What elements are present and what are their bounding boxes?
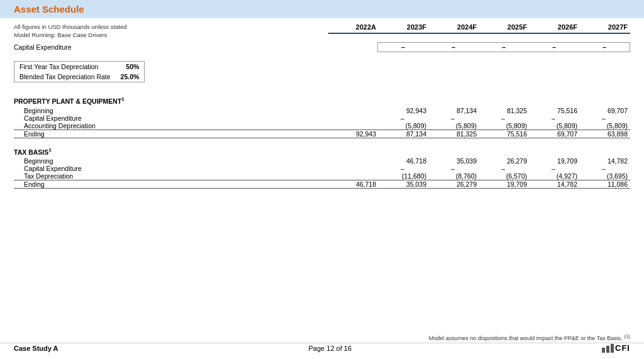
- ppe-end-2027: 63,898: [580, 130, 630, 138]
- page: Asset Schedule All figures in USD thousa…: [0, 0, 644, 359]
- tax-cap-2026: –: [530, 165, 580, 172]
- ppe-beginning-row: Beginning 92,943 87,134 81,325 75,516 69…: [14, 107, 630, 114]
- ppe-section: PROPERTY PLANT & EQUIPMENT1 Beginning 92…: [14, 96, 630, 138]
- ppe-cap-2025: –: [479, 114, 530, 122]
- cfi-bars-icon: [602, 344, 614, 353]
- blended-label: Blended Tax Depreciation Rate: [14, 72, 116, 82]
- meta-model: Model Running: Base Case Drivers: [14, 31, 328, 38]
- ppe-cap-2024: –: [429, 114, 479, 122]
- tax-dep-2022: [328, 172, 379, 180]
- col-2023: 2023F: [379, 23, 429, 31]
- tax-dep-2023: (11,680): [379, 172, 429, 180]
- tax-end-2024: 26,279: [429, 180, 479, 188]
- ppe-cap-2023: –: [379, 114, 429, 122]
- ppe-dep-2026: (5,809): [530, 122, 580, 130]
- tax-depreciation-row: Tax Depreciation (11,680) (8,760) (6,570…: [14, 172, 630, 180]
- ppe-beg-2026: 75,516: [530, 107, 580, 114]
- case-study-label: Case Study A: [14, 345, 58, 352]
- ppe-end-2026: 69,707: [530, 130, 580, 138]
- tax-capex-label: Capital Expenditure: [14, 165, 328, 172]
- ppe-ending-row: Ending 92,943 87,134 81,325 75,516 69,70…: [14, 130, 630, 138]
- tax-end-2027: 11,086: [580, 180, 630, 188]
- first-year-label: First Year Tax Depreciation: [14, 62, 116, 72]
- tax-depr-label: Tax Depreciation: [14, 172, 328, 180]
- ppe-beg-2027: 69,707: [580, 107, 630, 114]
- tax-beg-2026: 19,709: [530, 157, 580, 165]
- ppe-beginning-label: Beginning: [14, 107, 328, 114]
- tax-end-2025: 19,709: [479, 180, 530, 188]
- blended-value: 25.0%: [116, 72, 145, 82]
- footer-note: Model assumes no dispositions that would…: [429, 333, 630, 341]
- tax-basis-section: TAX BASIS1 Beginning 46,718 35,039 26,27…: [14, 147, 630, 189]
- ppe-dep-2025: (5,809): [479, 122, 530, 130]
- ppe-accdepr-row: Accounting Depreciation (5,809) (5,809) …: [14, 122, 630, 130]
- tax-end-2026: 14,782: [530, 180, 580, 188]
- first-year-row: First Year Tax Depreciation 50%: [14, 62, 144, 72]
- capex-2026[interactable]: –: [529, 43, 579, 52]
- ppe-cap-2026: –: [530, 114, 580, 122]
- ppe-beg-2024: 87,134: [429, 107, 479, 114]
- ppe-dep-2024: (5,809): [429, 122, 479, 130]
- col-2026: 2026F: [530, 23, 580, 31]
- tax-end-2023: 35,039: [379, 180, 429, 188]
- meta-figures: All figures in USD thousands unless stat…: [14, 23, 328, 30]
- tax-beg-2022: [328, 157, 379, 165]
- tax-cap-2027: –: [580, 165, 630, 172]
- ppe-cap-2022: [328, 114, 379, 122]
- capex-2024[interactable]: –: [428, 43, 479, 52]
- ppe-dep-2027: (5,809): [580, 122, 630, 130]
- tax-beg-label: Beginning: [14, 157, 328, 165]
- blended-rate-row: Blended Tax Depreciation Rate 25.0%: [14, 72, 144, 82]
- capex-2025[interactable]: –: [479, 43, 529, 52]
- col-2025: 2025F: [479, 23, 530, 31]
- tax-beginning-row: Beginning 46,718 35,039 26,279 19,709 14…: [14, 157, 630, 165]
- meta-section: All figures in USD thousands unless stat…: [14, 23, 328, 40]
- cfi-text: CFI: [615, 343, 630, 353]
- tax-dep-2026: (4,927): [530, 172, 580, 180]
- cfi-logo: CFI: [602, 343, 630, 353]
- tax-ending-row: Ending 46,718 35,039 26,279 19,709 14,78…: [14, 180, 630, 189]
- ppe-end-2025: 75,516: [479, 130, 530, 138]
- footer: Case Study A Page 12 of 16 CFI: [0, 343, 644, 353]
- column-headers: 2022A 2023F 2024F 2025F 2026F 2027F: [328, 23, 630, 34]
- ppe-capex-row: Capital Expenditure – – – – –: [14, 114, 630, 122]
- col-2022: 2022A: [328, 23, 379, 31]
- col-2027: 2027F: [580, 23, 630, 31]
- tax-dep-2027: (3,695): [580, 172, 630, 180]
- ppe-beg-2023: 92,943: [379, 107, 429, 114]
- tax-beg-2024: 35,039: [429, 157, 479, 165]
- first-year-value: 50%: [116, 62, 145, 72]
- tax-dep-2025: (6,570): [479, 172, 530, 180]
- tax-section-label: TAX BASIS1: [14, 147, 630, 156]
- tax-cap-2023: –: [379, 165, 429, 172]
- ppe-cap-2027: –: [580, 114, 630, 122]
- tax-end-label: Ending: [14, 180, 328, 188]
- tax-cap-2025: –: [479, 165, 530, 172]
- tax-beg-2027: 14,782: [580, 157, 630, 165]
- tax-cap-2024: –: [429, 165, 479, 172]
- params-box: First Year Tax Depreciation 50% Blended …: [14, 61, 145, 82]
- tax-end-2022: 46,718: [328, 180, 379, 188]
- ppe-ending-label: Ending: [14, 130, 328, 138]
- tax-beg-2023: 46,718: [379, 157, 429, 165]
- ppe-end-2023: 87,134: [379, 130, 429, 138]
- footer-note-superscript: (1): [624, 333, 630, 339]
- ppe-superscript: 1: [121, 96, 124, 102]
- capex-label: Capital Expenditure: [14, 43, 327, 51]
- tax-beg-2025: 26,279: [479, 157, 530, 165]
- tax-cap-2022: [328, 165, 379, 172]
- ppe-dep-2023: (5,809): [379, 122, 429, 130]
- capex-2023[interactable]: –: [378, 43, 428, 52]
- tax-capex-row: Capital Expenditure – – – – –: [14, 165, 630, 172]
- capex-2027[interactable]: –: [579, 43, 630, 52]
- ppe-beg-2022: [328, 107, 379, 114]
- tax-superscript: 1: [48, 147, 51, 153]
- ppe-section-label: PROPERTY PLANT & EQUIPMENT1: [14, 96, 630, 105]
- header-bar: Asset Schedule: [0, 0, 644, 18]
- ppe-accdepr-label: Accounting Depreciation: [14, 122, 328, 130]
- ppe-dep-2022: [328, 122, 379, 130]
- ppe-beg-2025: 81,325: [479, 107, 530, 114]
- page-title: Asset Schedule: [14, 4, 84, 14]
- col-2024: 2024F: [429, 23, 479, 31]
- page-info: Page 12 of 16: [309, 345, 352, 352]
